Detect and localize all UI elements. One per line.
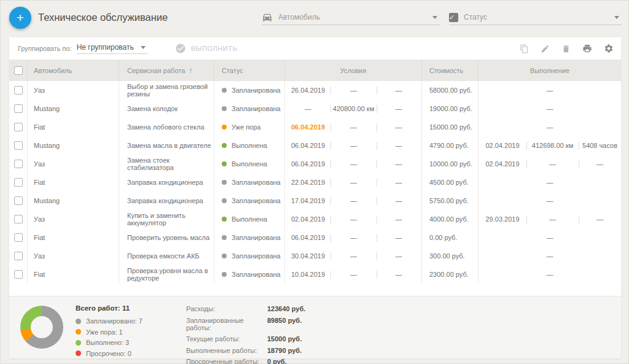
toolbar-actions bbox=[520, 44, 614, 53]
completion-empty: — bbox=[479, 179, 621, 186]
status-dot bbox=[222, 254, 227, 258]
cost-cell: 19000.00 руб. bbox=[421, 99, 478, 118]
completion-cell: — bbox=[478, 118, 621, 136]
condition-hours: — bbox=[377, 160, 421, 168]
column-header-work[interactable]: Сервисная работа↑ bbox=[119, 60, 214, 81]
table-row[interactable]: MustangЗамена масла в двигателеВыполнена… bbox=[9, 136, 621, 155]
table-row[interactable]: FiatПроверить уровень маслаЗапланирована… bbox=[9, 228, 621, 247]
table-row[interactable]: MustangЗаправка кондиционераЗапланирован… bbox=[9, 192, 621, 210]
work-cell: Проверка емкости АКБ bbox=[119, 247, 214, 265]
work-cell: Проверка уровня масла в редукторе bbox=[119, 265, 214, 284]
table-row[interactable]: УазПроверка емкости АКБЗапланирована30.0… bbox=[9, 247, 621, 265]
row-checkbox[interactable] bbox=[9, 155, 27, 173]
completion-empty: — bbox=[479, 197, 621, 204]
maintenance-app: + Техническое обслуживание Автомобиль ✓ … bbox=[0, 0, 629, 364]
status-cell: Запланирована bbox=[214, 192, 284, 210]
completion-date: 02.04.2019 bbox=[479, 142, 526, 149]
completion-cell: 02.04.2019412698.00 км5408 часов bbox=[478, 136, 621, 155]
status-cell: Запланирована bbox=[214, 265, 284, 284]
vehicle-filter-label: Автомобиль bbox=[278, 13, 432, 21]
condition-mileage: 420800.00 км bbox=[331, 105, 377, 112]
completion-cell: — bbox=[478, 265, 621, 284]
table-body: УазВыбор и замена грязевой резиныЗаплани… bbox=[9, 81, 621, 284]
status-cell: Выполнена bbox=[214, 210, 284, 228]
row-checkbox[interactable] bbox=[9, 265, 27, 284]
vehicle-cell: Fiat bbox=[27, 173, 119, 192]
condition-mileage: — bbox=[331, 87, 377, 94]
completion-cell: — bbox=[478, 247, 621, 265]
work-cell: Замена колодок bbox=[119, 99, 214, 118]
completion-empty: — bbox=[479, 87, 621, 94]
status-dot bbox=[222, 106, 227, 111]
column-header-cost[interactable]: Стоимость bbox=[421, 60, 478, 81]
table-row[interactable]: FiatЗаправка кондиционераЗапланирована22… bbox=[9, 173, 621, 192]
legend-dot bbox=[76, 340, 81, 346]
row-checkbox[interactable] bbox=[9, 81, 27, 99]
condition-hours: — bbox=[377, 271, 421, 278]
column-header-status[interactable]: Статус bbox=[214, 60, 284, 81]
condition-hours: — bbox=[377, 142, 421, 149]
row-checkbox[interactable] bbox=[9, 99, 27, 118]
print-icon[interactable] bbox=[582, 44, 592, 53]
conditions-cell: 06.04.2019—— bbox=[284, 228, 421, 247]
completion-date: 29.03.2019 bbox=[479, 215, 526, 223]
conditions-cell: 10.04.2019—— bbox=[284, 265, 421, 284]
cost-value: 18790 руб. bbox=[267, 347, 305, 354]
cost-cell: 2300.00 руб. bbox=[421, 265, 478, 284]
completion-date: 02.04.2019 bbox=[479, 160, 526, 168]
legend-item: Уже пора: 1 bbox=[76, 328, 143, 336]
row-checkbox[interactable] bbox=[9, 173, 27, 192]
select-all-checkbox[interactable] bbox=[9, 60, 27, 81]
table-row[interactable]: FiatЗамена лобового стеклаУже пора06.04.… bbox=[9, 118, 621, 136]
work-cell: Проверить уровень масла bbox=[119, 228, 214, 247]
legend-item: Выполнено: 3 bbox=[76, 339, 143, 346]
conditions-cell: 02.04.2019—— bbox=[284, 210, 421, 228]
conditions-cell: —420800.00 км— bbox=[284, 99, 421, 118]
car-icon bbox=[262, 12, 273, 23]
row-checkbox[interactable] bbox=[9, 192, 27, 210]
condition-date: 26.04.2019 bbox=[286, 87, 330, 94]
condition-hours: — bbox=[377, 252, 421, 260]
table-row[interactable]: УазЗамена стоек стабилизатораВыполнена06… bbox=[9, 155, 621, 173]
total-works: Всего работ: 11 bbox=[76, 304, 143, 312]
vehicle-filter-dropdown[interactable]: Автомобиль bbox=[262, 10, 440, 25]
column-header-conditions[interactable]: Условия bbox=[284, 60, 421, 81]
work-cell: Замена стоек стабилизатора bbox=[119, 155, 214, 173]
completion-empty: — bbox=[479, 123, 621, 131]
group-by-select[interactable]: Не группировать bbox=[77, 43, 148, 54]
conditions-cell: 30.04.2019—— bbox=[284, 247, 421, 265]
condition-date: 06.04.2019 bbox=[286, 123, 330, 131]
table-row[interactable]: MustangЗамена колодокЗапланирована—42080… bbox=[9, 99, 621, 118]
status-dot bbox=[222, 180, 227, 185]
row-checkbox[interactable] bbox=[9, 210, 27, 228]
status-cell: Уже пора bbox=[214, 118, 284, 136]
cost-cell: 300.00 руб. bbox=[421, 247, 478, 265]
table-row[interactable]: FiatПроверка уровня масла в редуктореЗап… bbox=[9, 265, 621, 284]
table-row[interactable]: УазКупить и заменить аккумуляторВыполнен… bbox=[9, 210, 621, 228]
completion-empty: — bbox=[479, 105, 621, 112]
column-header-vehicle[interactable]: Автомобиль bbox=[27, 60, 119, 81]
legend-dot bbox=[76, 319, 81, 324]
condition-mileage: — bbox=[331, 271, 377, 278]
legend-dot bbox=[76, 350, 81, 356]
edit-icon[interactable] bbox=[541, 44, 550, 53]
condition-date: — bbox=[286, 105, 330, 112]
add-button[interactable]: + bbox=[9, 7, 31, 29]
copy-icon[interactable] bbox=[520, 44, 529, 53]
row-checkbox[interactable] bbox=[9, 247, 27, 265]
status-cell: Запланирована bbox=[214, 173, 284, 192]
status-filter-dropdown[interactable]: ✓ Статус bbox=[449, 10, 622, 25]
settings-icon[interactable] bbox=[604, 44, 614, 53]
execute-button[interactable]: ВЫПОЛНИТЬ bbox=[175, 43, 238, 54]
row-checkbox[interactable] bbox=[9, 228, 27, 247]
status-cell: Выполнена bbox=[214, 155, 284, 173]
row-checkbox[interactable] bbox=[9, 118, 27, 136]
delete-icon[interactable] bbox=[561, 44, 571, 53]
row-checkbox[interactable] bbox=[9, 136, 27, 155]
status-cell: Запланирована bbox=[214, 81, 284, 99]
table-row[interactable]: УазВыбор и замена грязевой резиныЗаплани… bbox=[9, 81, 621, 99]
legend-item: Просрочено: 0 bbox=[76, 350, 143, 357]
cost-cell: 5750.00 руб. bbox=[421, 192, 478, 210]
completion-hours: — bbox=[579, 215, 621, 223]
column-header-completion[interactable]: Выполнение bbox=[478, 60, 621, 81]
